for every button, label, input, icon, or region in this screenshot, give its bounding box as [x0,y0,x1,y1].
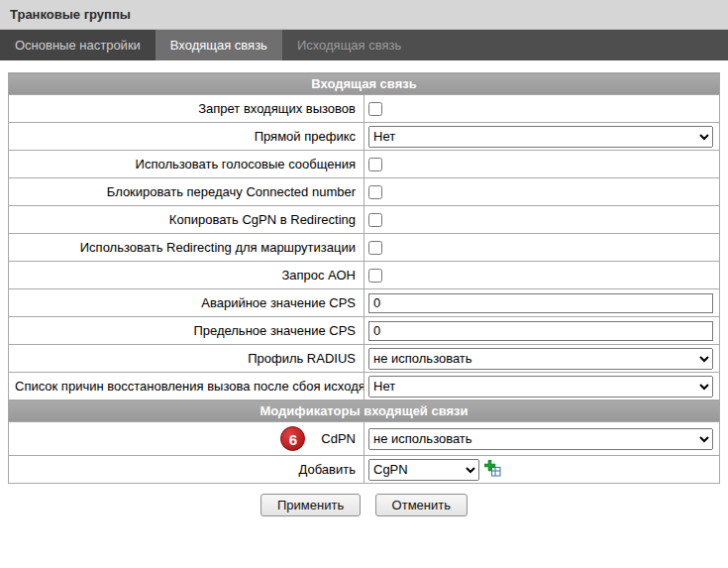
block-connected-number-checkbox[interactable] [368,185,382,199]
add-modifier-type-select[interactable]: CgPN [368,459,479,481]
row-label: Прямой префикс [9,123,364,151]
table-row: Предельное значение CPS [9,317,720,345]
table-row: Запрос АОН [9,262,720,289]
aon-request-checkbox[interactable] [368,269,382,283]
deny-incoming-calls-checkbox[interactable] [368,102,382,116]
tab-outgoing-connection[interactable]: Исходящая связь [282,30,416,60]
section-header-modifiers: Модификаторы входящей связи [9,400,720,422]
table-row: Прямой префикс Нет [9,123,720,151]
tab-main-settings[interactable]: Основные настройки [0,30,156,60]
table-row: Запрет входящих вызовов [9,95,720,123]
section-header-incoming: Входящая связь [9,73,720,95]
row-label: CdPN [321,431,356,446]
section-header-row: Модификаторы входящей связи [9,400,720,422]
radius-profile-select[interactable]: не использовать [368,348,713,370]
row-label: Список причин восстановления вызова посл… [9,373,364,400]
row-label: Запрет входящих вызовов [9,95,364,123]
row-label: Запрос АОН [9,262,364,289]
add-modifier-icon[interactable] [484,465,501,480]
call-recovery-reasons-select[interactable]: Нет [368,376,713,398]
row-label: Использовать Redirecting для маршрутизац… [9,234,364,262]
row-label: Профиль RADIUS [9,345,364,373]
table-row: Список причин восстановления вызова посл… [9,373,720,400]
limit-cps-input[interactable] [368,321,713,341]
row-label: Аварийное значение CPS [9,289,364,317]
table-row: Использовать голосовые сообщения [9,151,720,178]
cdpn-modifier-select[interactable]: не использовать [368,428,713,450]
table-row: Профиль RADIUS не использовать [9,345,720,373]
table-row: Добавить CgPN [9,456,720,484]
table-row: Аварийное значение CPS [9,289,720,317]
copy-cgpn-to-redirecting-checkbox[interactable] [368,213,382,227]
row-label: Использовать голосовые сообщения [9,151,364,178]
row-label: Добавить [9,456,364,484]
table-row: 6CdPN не использовать [9,422,720,456]
annotation-badge-6: 6 [280,426,305,451]
emergency-cps-input[interactable] [368,293,713,313]
use-redirecting-for-routing-checkbox[interactable] [368,241,382,255]
cancel-button[interactable]: Отменить [375,494,468,516]
apply-button[interactable]: Применить [260,494,361,516]
tab-bar: Основные настройки Входящая связь Исходя… [0,30,728,60]
direct-prefix-select[interactable]: Нет [368,126,713,148]
row-label-cdpn: 6CdPN [9,422,364,456]
table-row: Использовать Redirecting для маршрутизац… [9,234,720,262]
row-label: Копировать CgPN в Redirecting [9,206,364,234]
tab-incoming-connection[interactable]: Входящая связь [156,30,282,60]
voice-messages-checkbox[interactable] [368,158,382,171]
row-label: Блокировать передачу Connected number [9,178,364,206]
table-row: Блокировать передачу Connected number [9,178,720,206]
table-row: Копировать CgPN в Redirecting [9,206,720,234]
page-title: Транковые группы [0,0,728,30]
trunk-group-incoming-form: Входящая связь Запрет входящих вызовов П… [8,72,720,484]
footer-buttons: Применить Отменить [0,494,728,516]
section-header-row: Входящая связь [9,73,720,95]
row-label: Предельное значение CPS [9,317,364,345]
